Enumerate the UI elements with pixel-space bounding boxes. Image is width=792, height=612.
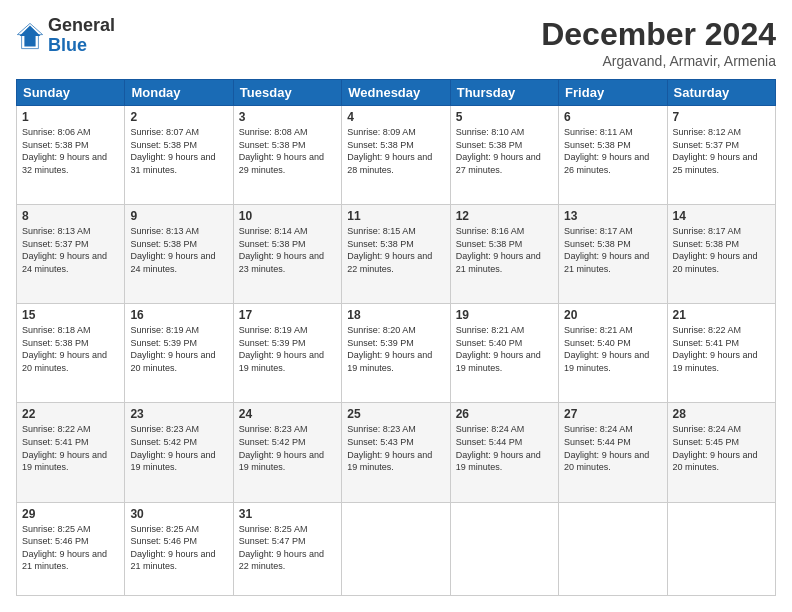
table-row: 8 Sunrise: 8:13 AMSunset: 5:37 PMDayligh… [17, 205, 776, 304]
empty-cell [450, 502, 558, 595]
table-row: 15 Sunrise: 8:18 AMSunset: 5:38 PMDaylig… [17, 304, 776, 403]
title-block: December 2024 Argavand, Armavir, Armenia [541, 16, 776, 69]
list-item: 18 Sunrise: 8:20 AMSunset: 5:39 PMDaylig… [342, 304, 450, 403]
empty-cell [559, 502, 667, 595]
location-subtitle: Argavand, Armavir, Armenia [541, 53, 776, 69]
header-row: Sunday Monday Tuesday Wednesday Thursday… [17, 80, 776, 106]
month-title: December 2024 [541, 16, 776, 53]
logo-general: General [48, 16, 115, 36]
list-item: 14 Sunrise: 8:17 AMSunset: 5:38 PMDaylig… [667, 205, 775, 304]
list-item: 13 Sunrise: 8:17 AMSunset: 5:38 PMDaylig… [559, 205, 667, 304]
list-item: 5 Sunrise: 8:10 AMSunset: 5:38 PMDayligh… [450, 106, 558, 205]
list-item: 27 Sunrise: 8:24 AMSunset: 5:44 PMDaylig… [559, 403, 667, 502]
list-item: 31 Sunrise: 8:25 AMSunset: 5:47 PMDaylig… [233, 502, 341, 595]
list-item: 3 Sunrise: 8:08 AMSunset: 5:38 PMDayligh… [233, 106, 341, 205]
list-item: 28 Sunrise: 8:24 AMSunset: 5:45 PMDaylig… [667, 403, 775, 502]
empty-cell [667, 502, 775, 595]
list-item: 15 Sunrise: 8:18 AMSunset: 5:38 PMDaylig… [17, 304, 125, 403]
list-item: 10 Sunrise: 8:14 AMSunset: 5:38 PMDaylig… [233, 205, 341, 304]
table-row: 1 Sunrise: 8:06 AMSunset: 5:38 PMDayligh… [17, 106, 776, 205]
page: General Blue December 2024 Argavand, Arm… [0, 0, 792, 612]
logo-blue: Blue [48, 36, 115, 56]
col-monday: Monday [125, 80, 233, 106]
list-item: 22 Sunrise: 8:22 AMSunset: 5:41 PMDaylig… [17, 403, 125, 502]
list-item: 8 Sunrise: 8:13 AMSunset: 5:37 PMDayligh… [17, 205, 125, 304]
list-item: 24 Sunrise: 8:23 AMSunset: 5:42 PMDaylig… [233, 403, 341, 502]
list-item: 2 Sunrise: 8:07 AMSunset: 5:38 PMDayligh… [125, 106, 233, 205]
col-wednesday: Wednesday [342, 80, 450, 106]
logo-icon [16, 22, 44, 50]
list-item: 1 Sunrise: 8:06 AMSunset: 5:38 PMDayligh… [17, 106, 125, 205]
calendar: Sunday Monday Tuesday Wednesday Thursday… [16, 79, 776, 596]
list-item: 25 Sunrise: 8:23 AMSunset: 5:43 PMDaylig… [342, 403, 450, 502]
list-item: 7 Sunrise: 8:12 AMSunset: 5:37 PMDayligh… [667, 106, 775, 205]
col-saturday: Saturday [667, 80, 775, 106]
list-item: 21 Sunrise: 8:22 AMSunset: 5:41 PMDaylig… [667, 304, 775, 403]
calendar-table: Sunday Monday Tuesday Wednesday Thursday… [16, 79, 776, 596]
list-item: 9 Sunrise: 8:13 AMSunset: 5:38 PMDayligh… [125, 205, 233, 304]
list-item: 4 Sunrise: 8:09 AMSunset: 5:38 PMDayligh… [342, 106, 450, 205]
col-thursday: Thursday [450, 80, 558, 106]
empty-cell [342, 502, 450, 595]
header: General Blue December 2024 Argavand, Arm… [16, 16, 776, 69]
list-item: 23 Sunrise: 8:23 AMSunset: 5:42 PMDaylig… [125, 403, 233, 502]
logo-text: General Blue [48, 16, 115, 56]
list-item: 19 Sunrise: 8:21 AMSunset: 5:40 PMDaylig… [450, 304, 558, 403]
col-sunday: Sunday [17, 80, 125, 106]
table-row: 29 Sunrise: 8:25 AMSunset: 5:46 PMDaylig… [17, 502, 776, 595]
list-item: 30 Sunrise: 8:25 AMSunset: 5:46 PMDaylig… [125, 502, 233, 595]
col-friday: Friday [559, 80, 667, 106]
col-tuesday: Tuesday [233, 80, 341, 106]
list-item: 6 Sunrise: 8:11 AMSunset: 5:38 PMDayligh… [559, 106, 667, 205]
list-item: 11 Sunrise: 8:15 AMSunset: 5:38 PMDaylig… [342, 205, 450, 304]
logo: General Blue [16, 16, 115, 56]
list-item: 20 Sunrise: 8:21 AMSunset: 5:40 PMDaylig… [559, 304, 667, 403]
list-item: 16 Sunrise: 8:19 AMSunset: 5:39 PMDaylig… [125, 304, 233, 403]
list-item: 29 Sunrise: 8:25 AMSunset: 5:46 PMDaylig… [17, 502, 125, 595]
list-item: 17 Sunrise: 8:19 AMSunset: 5:39 PMDaylig… [233, 304, 341, 403]
list-item: 26 Sunrise: 8:24 AMSunset: 5:44 PMDaylig… [450, 403, 558, 502]
list-item: 12 Sunrise: 8:16 AMSunset: 5:38 PMDaylig… [450, 205, 558, 304]
table-row: 22 Sunrise: 8:22 AMSunset: 5:41 PMDaylig… [17, 403, 776, 502]
